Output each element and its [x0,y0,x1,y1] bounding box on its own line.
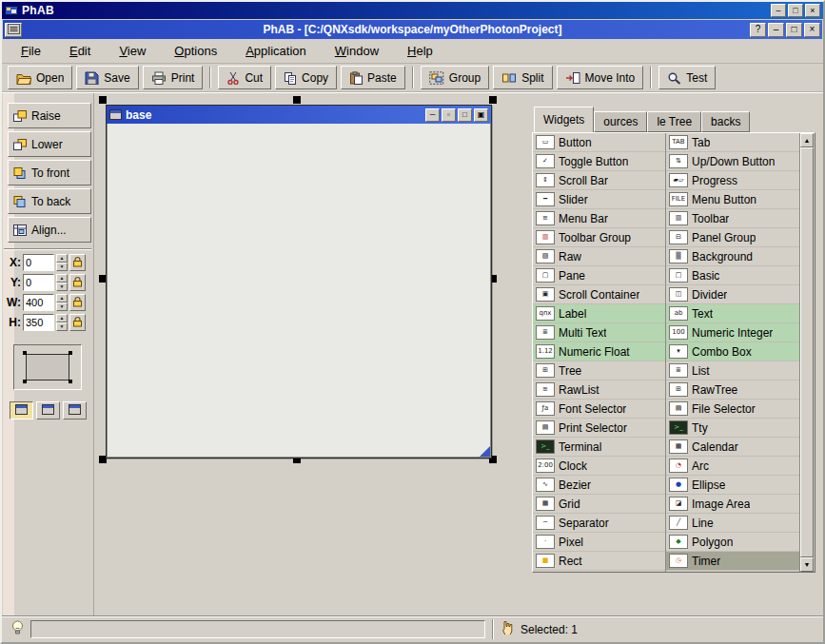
split-button[interactable]: Split [493,66,552,89]
palette-item-image-area[interactable]: ◪Image Area [666,495,799,514]
palette-item-slider[interactable]: ━Slider [533,190,665,209]
stepper-down-button[interactable]: ▼ [56,302,68,311]
palette-item-combo-box[interactable]: ▾Combo Box [666,342,799,361]
palette-item-pane[interactable]: ▢Pane [533,266,665,285]
save-button[interactable]: Save [76,66,138,89]
palette-item-pixel[interactable]: ·Pixel [533,533,665,552]
palette-item-font-selector[interactable]: ƒaFont Selector [533,400,665,419]
help-button[interactable]: ? [750,23,766,37]
palette-item-up-down-button[interactable]: ⇅Up/Down Button [666,152,799,171]
scroll-thumb[interactable] [800,147,814,557]
design-canvas[interactable]: base ─▫□▣ [94,93,532,615]
scroll-up-button[interactable]: ▲ [800,133,814,147]
palette-item-raw[interactable]: ▨Raw [533,247,665,266]
window-titlebar[interactable]: PhAB –□× [2,2,823,19]
stepper-down-button[interactable]: ▼ [56,322,68,331]
palette-item-toggle-button[interactable]: ✓Toggle Button [533,152,665,171]
palette-item-tree[interactable]: ⊞Tree [533,361,665,381]
print-button[interactable]: Print [143,66,204,89]
status-message-field[interactable] [30,620,485,638]
palette-item-rawlist[interactable]: ≡RawList [533,381,665,400]
minimize-button[interactable]: – [771,4,786,17]
y-input[interactable] [23,274,54,291]
base-module-window[interactable]: base ─▫□▣ [106,105,492,459]
palette-item-basic[interactable]: □Basic [666,266,799,285]
to-front-button[interactable]: To front [8,160,91,185]
menu-window[interactable]: Window [335,44,379,58]
cut-button[interactable]: Cut [218,66,271,89]
module-control-button[interactable]: ▣ [474,108,488,122]
mdi-close-button[interactable]: × [804,23,820,37]
tab-widgets[interactable]: Widgets [534,107,594,132]
palette-item-numeric-integer[interactable]: 100Numeric Integer [666,323,799,342]
palette-item-label[interactable]: qnxLabel [533,304,665,323]
palette-item-terminal[interactable]: >_Terminal [533,438,665,457]
move-into-button[interactable]: Move Into [557,66,644,89]
palette-item-tab[interactable]: TABTab [666,133,799,152]
paste-button[interactable]: Paste [341,66,405,89]
open-button[interactable]: Open [8,66,72,89]
selection-handle-top-middle[interactable] [293,96,301,104]
palette-item-line[interactable]: ╱Line [666,514,799,533]
h-lock-button[interactable] [69,314,86,331]
module-body[interactable] [107,124,491,458]
view-mode-button-1[interactable] [10,401,33,420]
palette-item-multi-text[interactable]: ≣Multi Text [533,323,665,342]
menu-options[interactable]: Options [174,44,217,58]
mdi-titlebar[interactable]: PhAB - [C:/QNXsdk/workspace/myOtherPhoto… [3,20,822,39]
palette-item-scroll-bar[interactable]: ⇕Scroll Bar [533,171,665,190]
palette-item-background[interactable]: ▒Background [666,247,799,266]
menu-file[interactable]: File [21,44,41,58]
stepper-up-button[interactable]: ▲ [56,254,68,263]
palette-scrollbar[interactable]: ▲ ▼ [799,133,814,572]
module-control-button[interactable]: □ [458,108,472,122]
palette-item-rawtree[interactable]: ⊞RawTree [666,381,799,400]
palette-item-clock[interactable]: 2:00Clock [533,457,665,476]
palette-item-numeric-float[interactable]: 1.12Numeric Float [533,342,665,361]
palette-item-list[interactable]: ≣List [666,361,799,381]
maximize-button[interactable]: □ [788,4,803,17]
module-control-button[interactable]: ▫ [442,108,456,122]
tab-backs[interactable]: backs [701,111,750,132]
x-lock-button[interactable] [69,254,86,271]
palette-item-timer[interactable]: ◷Timer [666,552,799,571]
menu-view[interactable]: View [119,44,146,58]
palette-item-text[interactable]: abText [666,304,799,323]
palette-item-bezier[interactable]: ∿Bezier [533,476,665,495]
x-input[interactable] [23,254,54,271]
selection-handle-top-left[interactable] [99,96,107,104]
selection-handle-top-right[interactable] [489,96,497,104]
view-mode-button-2[interactable] [36,401,60,420]
palette-item-tty[interactable]: >_Tty [666,419,799,438]
raise-button[interactable]: Raise [8,103,91,128]
mdi-minimize-button[interactable]: – [768,23,784,37]
stepper-down-button[interactable]: ▼ [56,263,68,271]
palette-item-menu-button[interactable]: FILEMenu Button [666,190,799,209]
to-back-button[interactable]: To back [8,188,91,214]
palette-item-file-selector[interactable]: ▤File Selector [666,400,799,419]
palette-item-scroll-container[interactable]: ▣Scroll Container [533,285,665,304]
scroll-down-button[interactable]: ▼ [800,557,814,572]
palette-item-divider[interactable]: ◫Divider [666,285,799,304]
copy-button[interactable]: Copy [275,66,337,89]
mdi-menu-button[interactable] [5,23,22,37]
tab-le-tree[interactable]: le Tree [647,111,701,132]
palette-item-toolbar[interactable]: ▥Toolbar [666,209,799,228]
palette-item-ellipse[interactable]: ●Ellipse [666,476,799,495]
w-lock-button[interactable] [69,294,86,311]
stepper-up-button[interactable]: ▲ [56,294,68,302]
module-position-preview[interactable] [13,344,82,390]
h-input[interactable] [23,314,54,331]
close-button[interactable]: × [805,4,820,17]
menu-edit[interactable]: Edit [69,44,90,58]
palette-item-button[interactable]: ▭Button [533,133,665,152]
resize-grip[interactable] [480,446,490,457]
palette-item-grid[interactable]: ▦Grid [533,495,665,514]
mdi-restore-button[interactable]: □ [786,23,802,37]
palette-item-progress[interactable]: ▰▱Progress [666,171,799,190]
palette-item-polygon[interactable]: ◆Polygon [666,533,799,552]
stepper-up-button[interactable]: ▲ [56,314,68,322]
menu-help[interactable]: Help [407,44,433,58]
menu-application[interactable]: Application [246,44,306,58]
palette-item-panel-group[interactable]: ⊟Panel Group [666,228,799,247]
